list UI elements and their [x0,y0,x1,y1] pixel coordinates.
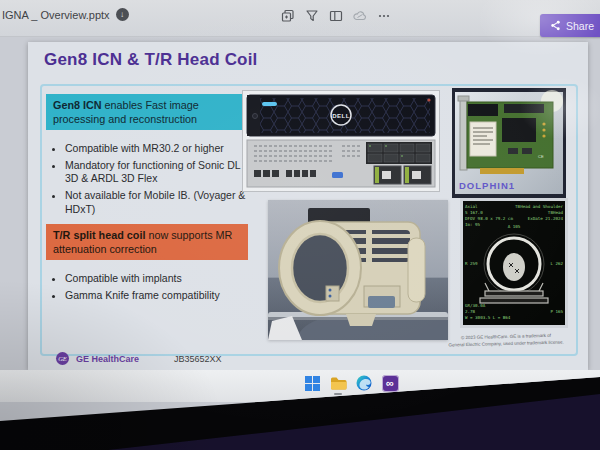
slide-footer: GE GE HealthCare JB35652XX [56,352,222,365]
bullet-item: Mandatory for functioning of Sonic DL 3D… [65,159,252,186]
svg-text:S 167.0: S 167.0 [465,210,483,215]
dell-logo: DELL [332,113,350,119]
ge-monogram-icon: GE [56,352,69,365]
head-coil-bullets[interactable]: Compatible with implantsGamma Knife fram… [50,272,252,305]
infinity-app-icon: ∞ [382,375,399,392]
card-label: DOLPHIN1 [459,180,515,191]
saved-status-icon: ↓ [116,8,129,21]
copy-icon[interactable] [281,9,295,23]
head-coil-image[interactable] [268,200,448,340]
open-app-indicator [334,393,342,395]
screen-photo: IGNA _ Overview.pptx ↓ [0,0,600,450]
bullet-item: Gamma Knife frame compatibility [65,289,252,303]
svg-text:R 259: R 259 [465,261,478,266]
windows-taskbar: ∞ [0,370,600,402]
svg-text:TBHead and Shoulder: TBHead and Shoulder [515,204,563,209]
bullet-item: Compatible with implants [65,272,252,286]
share-label: Share [566,20,594,32]
svg-text:2.7B: 2.7B [465,309,476,314]
slide-title[interactable]: Gen8 ICN & T/R Head Coil [44,50,258,70]
svg-text:A 105: A 105 [508,224,521,229]
coil-drawing [268,200,448,340]
svg-text:CE: CE [538,154,544,159]
edge-icon [356,375,372,391]
card-drawing: CE DOLPHIN1 [452,88,566,198]
document-tab[interactable]: IGNA _ Overview.pptx ↓ [2,8,129,21]
server-image[interactable]: DELL [242,90,440,192]
slide-canvas[interactable]: Gen8 ICN & T/R Head Coil Gen8 ICN enable… [28,42,588,370]
svg-text:DFOV 98.0 x 79.2 cm: DFOV 98.0 x 79.2 cm [465,216,513,221]
share-button[interactable]: Share [540,14,600,37]
windows-icon [305,376,320,391]
svg-text:Axial: Axial [465,204,478,209]
svg-text:Im: 95: Im: 95 [465,222,481,227]
svg-text:ExDate 21.2024: ExDate 21.2024 [528,216,564,221]
present-icon[interactable] [305,9,319,23]
scan-drawing: Axial S 167.0 DFOV 98.0 x 79.2 cm Im: 95… [463,201,565,325]
server-drawing: DELL [246,94,436,188]
layout-icon[interactable] [329,9,343,23]
brand-text: GE HealthCare [76,354,139,364]
bullet-item: Compatible with MR30.2 or higher [65,142,252,156]
companion-app-button[interactable]: ∞ [381,374,399,392]
active-app-indicator [386,393,394,395]
folder-icon [330,376,347,391]
svg-text:TBHead: TBHead [548,210,564,215]
svg-text:GR/30.0A: GR/30.0A [465,303,486,308]
bullet-item: Not available for Mobile IB. (Voyager & … [65,189,252,216]
start-button[interactable] [303,374,321,392]
svg-text:P 165: P 165 [550,309,563,314]
more-icon[interactable] [377,9,391,23]
cloud-icon[interactable] [353,9,367,23]
app-title-bar: IGNA _ Overview.pptx ↓ [0,0,600,37]
interface-card-image[interactable]: CE DOLPHIN1 [452,88,566,198]
edge-button[interactable] [355,374,373,392]
callout-lead: T/R split head coil [53,229,145,241]
gen8-icn-callout[interactable]: Gen8 ICN enables Fast image processing a… [46,94,248,130]
document-title: IGNA _ Overview.pptx [2,9,110,21]
share-icon [550,20,561,31]
gen8-icn-bullets[interactable]: Compatible with MR30.2 or higherMandator… [50,142,252,219]
toolbar [281,9,391,23]
laptop-screen: IGNA _ Overview.pptx ↓ [0,0,600,450]
document-code: JB35652XX [174,354,222,364]
svg-text:W = 3003.5 L = 864: W = 3003.5 L = 864 [465,315,511,320]
callout-lead: Gen8 ICN [53,99,102,111]
file-explorer-button[interactable] [329,374,347,392]
taskbar-icons: ∞ [303,374,399,392]
head-coil-callout[interactable]: T/R split head coil now supports MR atte… [46,224,248,260]
svg-text:L 262: L 262 [550,261,563,266]
mri-scan-image[interactable]: Axial S 167.0 DFOV 98.0 x 79.2 cm Im: 95… [460,198,568,328]
